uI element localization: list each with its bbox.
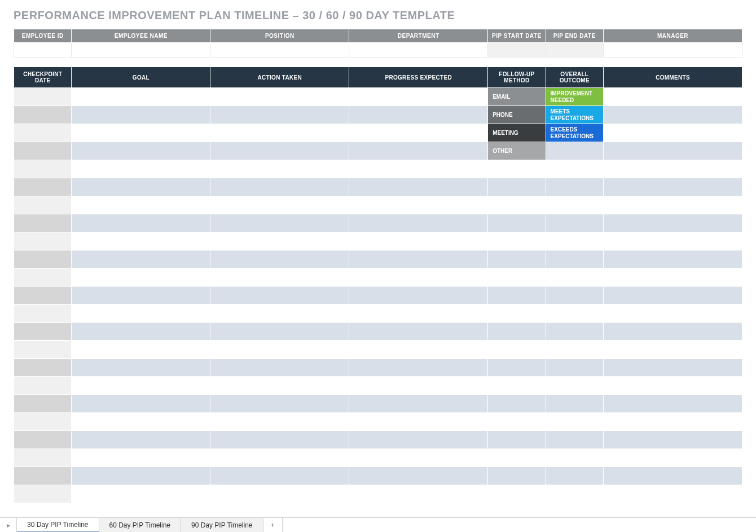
- cell-comments[interactable]: [604, 377, 742, 395]
- cell-comments[interactable]: [604, 305, 742, 323]
- cell-checkpoint-date[interactable]: [14, 467, 72, 485]
- cell-pip-end-date[interactable]: [546, 43, 603, 58]
- cell-action-taken[interactable]: [210, 485, 349, 503]
- cell-goal[interactable]: [72, 232, 210, 250]
- cell-action-taken[interactable]: [210, 323, 349, 341]
- add-sheet-button[interactable]: +: [263, 518, 283, 532]
- cell-progress-expected[interactable]: [349, 305, 488, 323]
- cell-checkpoint-date[interactable]: [14, 160, 72, 178]
- cell-comments[interactable]: [604, 196, 742, 214]
- cell-follow-up-method[interactable]: OTHER: [488, 142, 546, 160]
- cell-follow-up-method[interactable]: [488, 341, 546, 359]
- cell-overall-outcome[interactable]: [546, 377, 603, 395]
- cell-checkpoint-date[interactable]: [14, 485, 72, 503]
- cell-action-taken[interactable]: [210, 467, 349, 485]
- cell-goal[interactable]: [72, 323, 210, 341]
- cell-overall-outcome[interactable]: [546, 467, 603, 485]
- cell-checkpoint-date[interactable]: [14, 305, 72, 323]
- cell-goal[interactable]: [72, 485, 210, 503]
- cell-action-taken[interactable]: [210, 431, 349, 449]
- tab-60-day[interactable]: 60 Day PIP Timeline: [99, 518, 182, 532]
- tab-30-day[interactable]: 30 Day PIP Timeline: [17, 518, 99, 532]
- cell-comments[interactable]: [604, 395, 742, 413]
- cell-goal[interactable]: [72, 250, 210, 269]
- cell-overall-outcome[interactable]: [546, 395, 603, 413]
- cell-progress-expected[interactable]: [349, 142, 488, 160]
- cell-follow-up-method[interactable]: [488, 485, 546, 503]
- cell-progress-expected[interactable]: [349, 232, 488, 250]
- cell-goal[interactable]: [72, 305, 210, 323]
- cell-progress-expected[interactable]: [349, 196, 488, 214]
- cell-goal[interactable]: [72, 467, 210, 485]
- cell-comments[interactable]: [604, 142, 742, 160]
- cell-overall-outcome[interactable]: [546, 341, 603, 359]
- cell-goal[interactable]: [72, 341, 210, 359]
- cell-action-taken[interactable]: [210, 142, 349, 160]
- cell-goal[interactable]: [72, 88, 210, 106]
- cell-overall-outcome[interactable]: [546, 214, 603, 232]
- cell-comments[interactable]: [604, 250, 742, 269]
- cell-overall-outcome[interactable]: [546, 178, 603, 196]
- cell-progress-expected[interactable]: [349, 160, 488, 178]
- cell-progress-expected[interactable]: [349, 359, 488, 377]
- cell-overall-outcome[interactable]: IMPROVEMENT NEEDED: [546, 88, 603, 106]
- cell-goal[interactable]: [72, 214, 210, 232]
- cell-comments[interactable]: [604, 124, 742, 142]
- cell-action-taken[interactable]: [210, 269, 349, 287]
- cell-overall-outcome[interactable]: [546, 142, 603, 160]
- cell-action-taken[interactable]: [210, 196, 349, 214]
- cell-action-taken[interactable]: [210, 359, 349, 377]
- cell-goal[interactable]: [72, 106, 210, 124]
- cell-action-taken[interactable]: [210, 214, 349, 232]
- cell-department[interactable]: [349, 43, 488, 58]
- cell-checkpoint-date[interactable]: [14, 178, 72, 196]
- cell-comments[interactable]: [604, 431, 742, 449]
- cell-follow-up-method[interactable]: [488, 395, 546, 413]
- cell-comments[interactable]: [604, 160, 742, 178]
- cell-follow-up-method[interactable]: [488, 467, 546, 485]
- cell-progress-expected[interactable]: [349, 106, 488, 124]
- cell-goal[interactable]: [72, 395, 210, 413]
- cell-overall-outcome[interactable]: [546, 413, 603, 431]
- cell-comments[interactable]: [604, 341, 742, 359]
- cell-comments[interactable]: [604, 232, 742, 250]
- cell-progress-expected[interactable]: [349, 341, 488, 359]
- cell-follow-up-method[interactable]: [488, 431, 546, 449]
- cell-progress-expected[interactable]: [349, 449, 488, 467]
- cell-goal[interactable]: [72, 124, 210, 142]
- cell-progress-expected[interactable]: [349, 178, 488, 196]
- cell-action-taken[interactable]: [210, 341, 349, 359]
- cell-overall-outcome[interactable]: [546, 485, 603, 503]
- cell-comments[interactable]: [604, 287, 742, 305]
- cell-progress-expected[interactable]: [349, 467, 488, 485]
- cell-comments[interactable]: [604, 485, 742, 503]
- cell-progress-expected[interactable]: [349, 88, 488, 106]
- cell-follow-up-method[interactable]: EMAIL: [488, 88, 546, 106]
- cell-checkpoint-date[interactable]: [14, 88, 72, 106]
- cell-checkpoint-date[interactable]: [14, 449, 72, 467]
- cell-overall-outcome[interactable]: [546, 359, 603, 377]
- cell-pip-start-date[interactable]: [488, 43, 546, 58]
- cell-progress-expected[interactable]: [349, 395, 488, 413]
- cell-comments[interactable]: [604, 106, 742, 124]
- cell-checkpoint-date[interactable]: [14, 124, 72, 142]
- cell-comments[interactable]: [604, 359, 742, 377]
- cell-position[interactable]: [210, 43, 349, 58]
- cell-goal[interactable]: [72, 449, 210, 467]
- cell-follow-up-method[interactable]: [488, 196, 546, 214]
- cell-checkpoint-date[interactable]: [14, 287, 72, 305]
- cell-overall-outcome[interactable]: MEETS EXPECTATIONS: [546, 106, 603, 124]
- cell-follow-up-method[interactable]: [488, 160, 546, 178]
- cell-follow-up-method[interactable]: [488, 214, 546, 232]
- cell-checkpoint-date[interactable]: [14, 341, 72, 359]
- cell-comments[interactable]: [604, 413, 742, 431]
- cell-progress-expected[interactable]: [349, 124, 488, 142]
- cell-overall-outcome[interactable]: [546, 323, 603, 341]
- cell-goal[interactable]: [72, 160, 210, 178]
- cell-goal[interactable]: [72, 431, 210, 449]
- cell-action-taken[interactable]: [210, 377, 349, 395]
- cell-action-taken[interactable]: [210, 106, 349, 124]
- cell-checkpoint-date[interactable]: [14, 377, 72, 395]
- tab-90-day[interactable]: 90 Day PIP Timeline: [181, 518, 263, 532]
- cell-manager[interactable]: [604, 43, 742, 58]
